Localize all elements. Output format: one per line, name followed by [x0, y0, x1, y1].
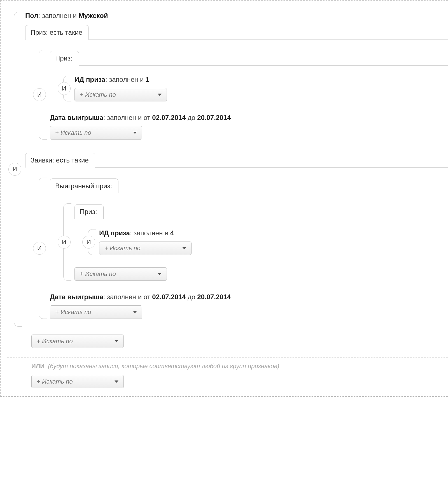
search-by-button[interactable]: + Искать по: [50, 305, 142, 319]
windate-text: заполнен и от: [107, 114, 152, 121]
id-prize-label: ИД приза: [99, 229, 130, 237]
chevron-down-icon: [158, 94, 162, 96]
group-prize-inner: И Приз: И ИД приза: заполнен и 1: [25, 44, 448, 145]
prize-text: есть такие: [50, 29, 82, 36]
search-by-label: + Искать по: [55, 129, 91, 136]
prize-sub-body: И ИД приза: заполнен и 1 + Искать по: [50, 65, 448, 112]
group-prize-id-2: И ИД приза: заполнен и 4 + Искать по: [74, 224, 448, 261]
condition-gender[interactable]: Пол: заполнен и Мужской: [25, 10, 448, 22]
search-by-label: + Искать по: [37, 338, 73, 345]
sep: :: [95, 208, 97, 215]
condition-id-prize-1[interactable]: ИД приза: заполнен и 1: [74, 73, 448, 86]
windate-text: заполнен и от: [107, 293, 152, 301]
chevron-down-icon: [133, 132, 137, 134]
prize-sub-header-2[interactable]: Приз:: [74, 204, 104, 219]
prize-label: Приз: [31, 29, 46, 36]
or-hint-line: ИЛИ (будут показаны записи, которые соот…: [31, 363, 448, 370]
prize-sub-label: Приз: [55, 54, 71, 62]
search-by-button[interactable]: + Искать по: [74, 88, 167, 101]
prize-sub-block-2: Приз: И ИД приза: заполнен и 4: [74, 204, 448, 265]
prize-tab-header[interactable]: Приз: есть такие: [25, 25, 89, 40]
sep: :: [46, 29, 50, 36]
search-by-label: + Искать по: [80, 270, 116, 278]
windate-to: 20.07.2014: [197, 293, 231, 301]
prize-sub-label: Приз: [80, 208, 95, 215]
windate-from: 02.07.2014: [152, 293, 186, 301]
search-by-label: + Искать по: [80, 91, 116, 98]
sep: :: [103, 293, 107, 301]
prize-sub-body-2: И ИД приза: заполнен и 4 + Искать по: [74, 219, 448, 265]
root-trailing-area: + Искать по: [31, 332, 448, 350]
prize-sub-header[interactable]: Приз:: [50, 51, 79, 66]
search-by-button[interactable]: + Искать по: [99, 242, 192, 255]
chevron-down-icon: [115, 340, 118, 342]
prize-sub-block: Приз: И ИД приза: заполнен и 1 + Искать …: [50, 50, 448, 112]
and-badge[interactable]: И: [33, 88, 46, 101]
sep: :: [105, 76, 109, 83]
prize-block: Приз: есть такие И Приз: И: [25, 25, 448, 150]
group-requests-inner: И Выигранный приз: И: [25, 172, 448, 324]
id-prize-val: 4: [170, 229, 174, 237]
and-badge[interactable]: И: [58, 236, 71, 249]
windate-to: 20.07.2014: [197, 114, 231, 121]
gender-label: Пол: [25, 12, 38, 19]
requests-block: Заявки: есть такие И Выигранный приз: И: [25, 152, 448, 329]
search-by-button[interactable]: + Искать по: [50, 126, 142, 140]
or-hint-text: (будут показаны записи, которые соответс…: [48, 363, 279, 370]
id-prize-text: заполнен и: [109, 76, 146, 83]
requests-tab-body: И Выигранный приз: И: [25, 167, 448, 329]
sep: :: [103, 114, 107, 121]
condition-windate-1[interactable]: Дата выигрыша: заполнен и от 02.07.2014 …: [50, 112, 448, 124]
chevron-down-icon: [115, 380, 118, 383]
windate-label: Дата выигрыша: [50, 293, 103, 301]
requests-label: Заявки: [31, 156, 52, 164]
sep: :: [38, 12, 42, 19]
or-trailing-area: + Искать по: [31, 373, 448, 391]
id-prize-val: 1: [146, 76, 149, 83]
chevron-down-icon: [158, 273, 162, 275]
search-by-button[interactable]: + Искать по: [31, 375, 124, 388]
and-badge[interactable]: И: [82, 236, 95, 249]
wonprize-header[interactable]: Выигранный приз:: [50, 178, 118, 193]
requests-text: есть такие: [56, 156, 89, 164]
windate-from: 02.07.2014: [152, 114, 186, 121]
search-by-label: + Искать по: [37, 378, 73, 385]
group-root: И Пол: заполнен и Мужской Приз: есть так…: [1, 6, 448, 332]
wonprize-block: Выигранный приз: И Приз:: [50, 178, 448, 291]
condition-id-prize-2[interactable]: ИД приза: заполнен и 4: [99, 227, 448, 239]
filter-panel: И Пол: заполнен и Мужской Приз: есть так…: [0, 0, 448, 397]
gender-text: заполнен и: [42, 12, 79, 19]
wonprize-body: И Приз: И: [50, 193, 448, 291]
sep: :: [52, 156, 56, 164]
id-prize-label: ИД приза: [74, 76, 105, 83]
group-wonprize-inner: И Приз: И: [50, 198, 448, 286]
divider-dashed: [7, 357, 448, 358]
windate-label: Дата выигрыша: [50, 114, 103, 121]
and-badge[interactable]: И: [58, 82, 71, 95]
chevron-down-icon: [133, 311, 137, 313]
chevron-down-icon: [182, 247, 186, 249]
sep: :: [130, 229, 134, 237]
search-by-button[interactable]: + Искать по: [31, 335, 124, 348]
search-by-button[interactable]: + Искать по: [74, 267, 167, 281]
wonprize-label: Выигранный приз: [55, 182, 110, 190]
and-badge[interactable]: И: [8, 163, 21, 176]
requests-tab-header[interactable]: Заявки: есть такие: [25, 153, 95, 168]
and-badge[interactable]: И: [33, 242, 46, 255]
search-by-label: + Искать по: [104, 245, 141, 252]
search-by-label: + Искать по: [55, 308, 91, 316]
windate-mid: до: [186, 114, 197, 121]
id-prize-text: заполнен и: [134, 229, 170, 237]
sep: :: [71, 54, 73, 62]
gender-value: Мужской: [79, 12, 108, 19]
condition-windate-2[interactable]: Дата выигрыша: заполнен и от 02.07.2014 …: [50, 291, 448, 303]
group-prize-id: И ИД приза: заполнен и 1 + Искать по: [50, 70, 448, 107]
prize-tab-body: И Приз: И ИД приза: заполнен и 1: [25, 40, 448, 150]
or-label: ИЛИ: [31, 363, 45, 370]
windate-mid: до: [186, 293, 197, 301]
sep: :: [110, 182, 112, 190]
